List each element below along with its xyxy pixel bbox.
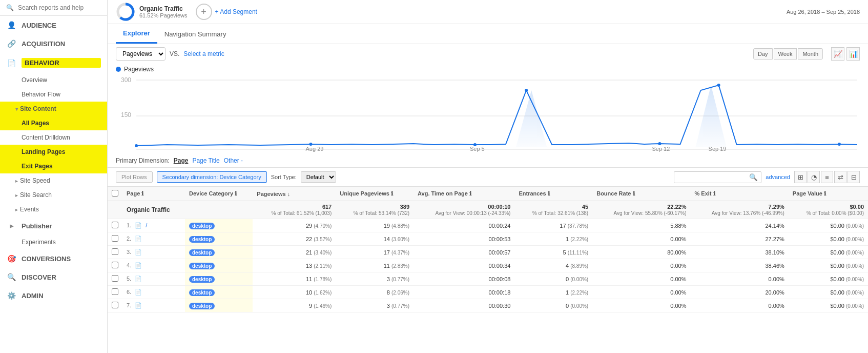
sidebar-item-all-pages[interactable]: All Pages — [0, 116, 107, 130]
audience-icon: 👤 — [6, 21, 16, 29]
th-page-value[interactable]: Page Value ℹ — [789, 187, 868, 201]
th-exit-pct[interactable]: % Exit ℹ — [691, 187, 789, 201]
custom-view-button[interactable]: ⊟ — [848, 171, 860, 183]
th-avg-time[interactable]: Avg. Time on Page ℹ — [414, 187, 514, 201]
row-device-cell: desktop — [185, 232, 253, 246]
sidebar-item-site-content[interactable]: ▾ Site Content — [0, 102, 107, 116]
row-checkbox-cell[interactable] — [108, 232, 122, 246]
row-avg-time: 00:00:53 — [489, 236, 511, 242]
page-icon[interactable]: 📄 — [135, 222, 142, 228]
pie-view-button[interactable]: ◔ — [808, 171, 820, 183]
grid-view-button[interactable]: ⊞ — [794, 171, 807, 183]
other-dropdown[interactable]: Other - — [224, 157, 243, 164]
sidebar-item-acquisition[interactable]: 🔗 ACQUISITION — [0, 34, 107, 53]
total-avg-time-cell: 00:00:10 Avg for View: 00:00:13 (-24.33%… — [414, 201, 514, 219]
row-checkbox[interactable] — [112, 302, 118, 308]
dim-page-title-link[interactable]: Page Title — [192, 157, 219, 164]
search-input[interactable] — [18, 4, 101, 11]
row-checkbox-cell[interactable] — [108, 272, 122, 286]
secondary-dimension-button[interactable]: Secondary dimension: Device Category — [157, 171, 267, 183]
site-search-label: Site Search — [20, 191, 52, 199]
day-button[interactable]: Day — [753, 48, 773, 60]
row-avg-time-cell: 00:00:08 — [414, 272, 514, 286]
table-search-button[interactable]: 🔍 — [746, 172, 761, 183]
th-entrances[interactable]: Entrances ℹ — [514, 187, 592, 201]
row-checkbox[interactable] — [112, 275, 118, 282]
plot-rows-button[interactable]: Plot Rows — [116, 171, 153, 183]
dim-page-link[interactable]: Page — [174, 157, 189, 164]
sidebar-item-discover[interactable]: 🔍 DISCOVER — [0, 268, 107, 286]
sort-select[interactable]: Default — [301, 171, 336, 183]
sidebar-item-behavior[interactable]: 📄 BEHAVIOR — [0, 53, 107, 73]
row-page-link[interactable]: / — [146, 222, 147, 228]
sidebar-item-admin[interactable]: ⚙️ ADMIN — [0, 286, 107, 305]
row-checkbox[interactable] — [112, 262, 118, 268]
sidebar-item-events[interactable]: ▸ Events — [0, 202, 107, 217]
page-icon[interactable]: 📄 — [135, 236, 142, 242]
row-checkbox[interactable] — [112, 288, 118, 295]
row-unique-pv-pct: (3.60%) — [391, 237, 409, 242]
metric-dropdown[interactable]: Pageviews — [116, 47, 166, 61]
page-icon[interactable]: 📄 — [135, 302, 142, 308]
row-checkbox[interactable] — [112, 248, 118, 255]
table-row: 2. 📄 desktop 22 (3.57%) 14 (3.60%) 00:00… — [108, 232, 868, 246]
sidebar-item-overview[interactable]: Overview — [0, 73, 107, 87]
row-page-value: $0.00 — [830, 223, 844, 229]
th-unique-pv[interactable]: Unique Pageviews ℹ — [336, 187, 414, 201]
sidebar-item-site-search[interactable]: ▸ Site Search — [0, 188, 107, 202]
line-chart-button[interactable]: 📈 — [831, 47, 844, 61]
row-entrances-pct: (2.22%) — [570, 237, 588, 242]
row-pageviews-cell: 10 (1.62%) — [253, 286, 336, 299]
row-pageviews-cell: 11 (1.78%) — [253, 272, 336, 286]
add-segment-button[interactable]: + + Add Segment — [196, 4, 257, 20]
page-icon[interactable]: 📄 — [135, 289, 142, 295]
sidebar-item-behavior-flow[interactable]: Behavior Flow — [0, 87, 107, 102]
search-bar[interactable]: 🔍 — [0, 0, 107, 16]
row-checkbox-cell[interactable] — [108, 299, 122, 312]
row-checkbox-cell[interactable] — [108, 246, 122, 259]
sidebar-item-conversions[interactable]: 🎯 CONVERSIONS — [0, 249, 107, 268]
admin-label: ADMIN — [22, 292, 101, 300]
select-all-checkbox[interactable] — [112, 190, 118, 197]
row-pageviews: 22 — [306, 236, 312, 242]
page-icon[interactable]: 📄 — [135, 249, 142, 255]
advanced-link[interactable]: advanced — [766, 174, 790, 180]
sidebar-item-landing-pages[interactable]: Landing Pages — [0, 145, 107, 159]
month-button[interactable]: Month — [798, 48, 823, 60]
row-bounce-rate-cell: 0.00% — [592, 232, 690, 246]
tab-explorer[interactable]: Explorer — [116, 24, 157, 44]
row-checkbox-cell[interactable] — [108, 259, 122, 272]
tab-navigation-summary[interactable]: Navigation Summary — [157, 25, 234, 43]
row-checkbox-cell[interactable] — [108, 286, 122, 299]
select-metric-link[interactable]: Select a metric — [183, 50, 224, 57]
row-exit-pct-cell: 0.00% — [691, 299, 789, 312]
row-avg-time-cell: 00:00:34 — [414, 259, 514, 272]
sidebar-item-site-speed[interactable]: ▸ Site Speed — [0, 173, 107, 188]
sidebar-item-exit-pages[interactable]: Exit Pages — [0, 159, 107, 173]
th-device-category[interactable]: Device Category ℹ — [185, 187, 253, 201]
page-icon[interactable]: 📄 — [135, 276, 142, 282]
table-search-box[interactable]: 🔍 — [674, 171, 761, 183]
bar-chart-button[interactable]: 📊 — [846, 47, 860, 61]
table-body: Organic Traffic 617 % of Total: 61.52% (… — [108, 201, 868, 312]
events-expand-icon: ▸ — [15, 207, 18, 212]
bar-view-button[interactable]: ≡ — [821, 171, 833, 183]
row-num: 5. — [127, 276, 131, 282]
row-checkbox[interactable] — [112, 222, 118, 228]
th-pageviews[interactable]: Pageviews ↓ — [253, 187, 336, 201]
pivot-view-button[interactable]: ⇄ — [834, 171, 846, 183]
th-checkbox[interactable] — [108, 187, 122, 201]
sidebar-item-publisher[interactable]: ▸ Publisher — [0, 217, 107, 235]
th-page[interactable]: Page ℹ — [122, 187, 185, 201]
th-bounce-rate[interactable]: Bounce Rate ℹ — [592, 187, 690, 201]
sidebar-item-audience[interactable]: 👤 AUDIENCE — [0, 16, 107, 34]
row-checkbox[interactable] — [112, 235, 118, 242]
sidebar-item-experiments[interactable]: Experiments — [0, 235, 107, 249]
row-checkbox-cell[interactable] — [108, 219, 122, 232]
table-search-input[interactable] — [674, 172, 746, 182]
row-device-tag: desktop — [189, 223, 215, 229]
row-pageviews: 9 — [309, 303, 312, 309]
sidebar-item-content-drilldown[interactable]: Content Drilldown — [0, 130, 107, 145]
page-icon[interactable]: 📄 — [135, 262, 142, 268]
week-button[interactable]: Week — [774, 48, 797, 60]
